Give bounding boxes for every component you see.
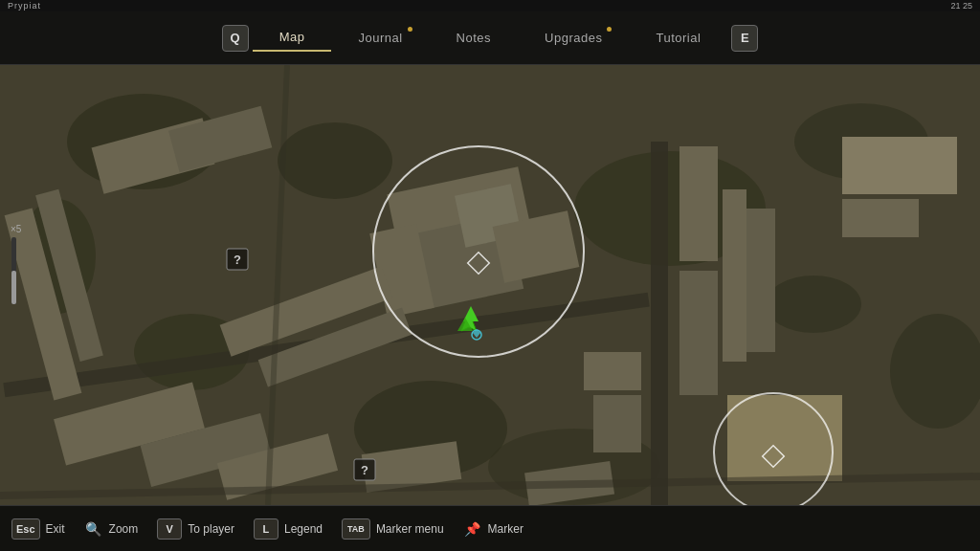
to-player-button[interactable]: V To player [157, 518, 234, 540]
nav-right-key[interactable]: E [731, 25, 758, 52]
nav-left-key[interactable]: Q [222, 25, 249, 52]
marker-menu-button[interactable]: TAB Marker menu [342, 518, 444, 540]
tab-journal[interactable]: Journal [331, 25, 429, 51]
svg-text:?: ? [361, 463, 368, 477]
marker-button[interactable]: 📌 Marker [463, 519, 523, 539]
bottom-bar: Esc Exit 🔍 Zoom V To player L Legend TAB… [0, 505, 980, 551]
svg-rect-41 [0, 65, 980, 505]
zoom-button[interactable]: 🔍 Zoom [84, 519, 139, 539]
to-player-label: To player [188, 522, 234, 536]
tab-map[interactable]: Map [253, 24, 332, 52]
svg-text:×5: ×5 [11, 224, 22, 234]
exit-button[interactable]: Esc Exit [11, 518, 65, 540]
tab-upgrades[interactable]: Upgrades [518, 25, 629, 51]
top-bar: Prypiat 21 25 [0, 0, 980, 11]
location-name: Prypiat [8, 1, 41, 11]
nav-tabs: Map Journal Notes Upgrades Tutorial [253, 24, 728, 52]
journal-dot [408, 27, 412, 32]
marker-icon: 📌 [463, 519, 482, 539]
clock: 21 25 [950, 1, 972, 11]
nav-bar: Q Map Journal Notes Upgrades Tutorial E [0, 11, 980, 65]
legend-button[interactable]: L Legend [254, 518, 323, 540]
map-area[interactable]: ? ? ×5 [0, 65, 980, 505]
zoom-label: Zoom [109, 522, 139, 536]
marker-label: Marker [488, 522, 523, 536]
marker-menu-key: TAB [342, 518, 370, 540]
legend-key: L [254, 518, 278, 540]
exit-label: Exit [46, 522, 65, 536]
tab-notes[interactable]: Notes [430, 25, 518, 51]
svg-text:?: ? [234, 253, 241, 267]
zoom-icon: 🔍 [84, 519, 103, 539]
to-player-key: V [157, 518, 182, 540]
map-svg: ? ? ×5 [0, 65, 980, 505]
svg-rect-56 [11, 271, 16, 304]
upgrades-dot [607, 27, 612, 32]
marker-menu-label: Marker menu [376, 522, 444, 536]
exit-key: Esc [11, 518, 40, 540]
map-canvas: ? ? ×5 [0, 65, 980, 505]
legend-label: Legend [284, 522, 323, 536]
tab-tutorial[interactable]: Tutorial [629, 25, 727, 51]
